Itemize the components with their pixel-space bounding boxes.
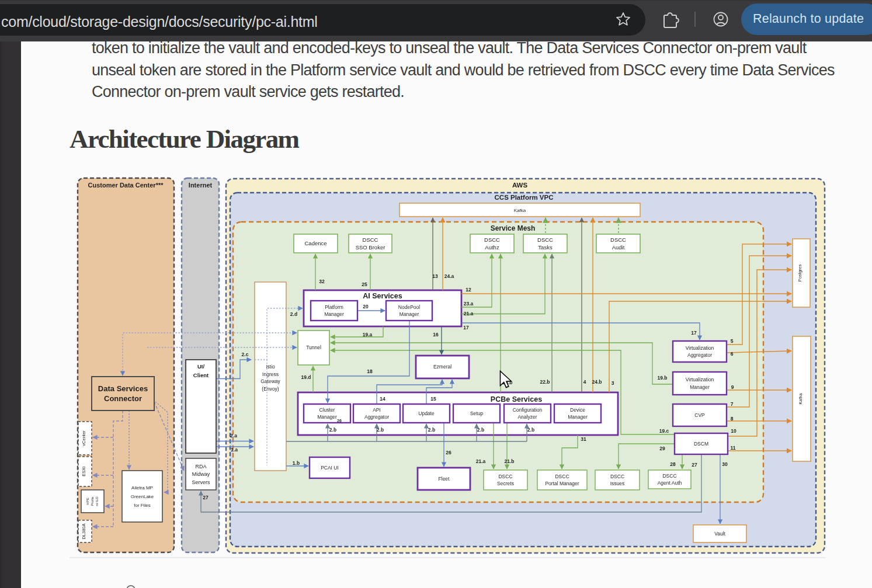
svg-text:25: 25 — [362, 281, 367, 287]
svg-text:32: 32 — [319, 279, 325, 284]
svg-text:18: 18 — [367, 368, 373, 374]
svg-text:1.a: 1.a — [231, 447, 238, 453]
svg-text:4: 4 — [583, 379, 586, 385]
svg-text:DSCC: DSCC — [484, 236, 500, 243]
svg-text:nt ILO: nt ILO — [95, 496, 99, 506]
svg-text:vCenter: vCenter — [81, 430, 86, 446]
svg-text:19.d: 19.d — [301, 374, 311, 380]
svg-text:Analyzer: Analyzer — [517, 414, 537, 420]
svg-text:DSCC: DSCC — [610, 236, 626, 243]
svg-text:Client: Client — [193, 372, 209, 378]
svg-text:Gateway: Gateway — [260, 378, 280, 384]
svg-text:19.c: 19.c — [659, 428, 669, 434]
svg-text:Cadence: Cadence — [304, 240, 326, 246]
svg-text:ESXi: ESXi — [81, 467, 86, 476]
svg-text:29: 29 — [659, 446, 665, 451]
svg-text:Tunnel: Tunnel — [306, 345, 321, 350]
svg-text:31: 31 — [581, 436, 586, 442]
svg-text:CVP: CVP — [694, 412, 705, 418]
svg-text:Issues: Issues — [610, 481, 625, 486]
svg-text:DSCC: DSCC — [662, 473, 676, 479]
svg-text:DSCC: DSCC — [555, 474, 569, 479]
svg-text:Portal Manager: Portal Manager — [545, 481, 579, 486]
svg-text:DSCC: DSCC — [610, 474, 624, 479]
svg-text:Ingress: Ingress — [262, 371, 279, 377]
svg-text:24.a: 24.a — [444, 273, 454, 279]
svg-text:Agent Auth: Agent Auth — [658, 480, 682, 486]
svg-text:19.b: 19.b — [657, 375, 667, 381]
svg-text:27: 27 — [203, 495, 209, 500]
svg-text:26: 26 — [337, 419, 342, 423]
svg-text:DSCM: DSCM — [694, 441, 708, 447]
svg-text:Ezmeral: Ezmeral — [433, 364, 451, 370]
svg-text:19.a: 19.a — [363, 332, 373, 338]
svg-text:Aggregator: Aggregator — [364, 414, 389, 420]
svg-text:Manager: Manager — [568, 414, 588, 420]
svg-text:AI Services: AI Services — [363, 292, 402, 300]
svg-text:Cluster: Cluster — [319, 407, 335, 413]
svg-text:Servers: Servers — [192, 479, 210, 485]
svg-text:Prolia: Prolia — [91, 496, 94, 506]
svg-text:2.a: 2.a — [230, 433, 237, 439]
svg-text:2.b: 2.b — [329, 427, 336, 433]
svg-text:AWS: AWS — [512, 182, 528, 189]
svg-text:2.b: 2.b — [477, 427, 484, 433]
svg-text:CCS Platform VPC: CCS Platform VPC — [495, 194, 554, 201]
svg-text:UI/: UI/ — [197, 363, 205, 370]
svg-text:DL380A: DL380A — [81, 523, 86, 539]
svg-text:21.a: 21.a — [476, 458, 486, 464]
svg-text:Manager: Manager — [690, 384, 710, 390]
svg-text:2.d: 2.d — [290, 311, 297, 317]
svg-text:Kafka: Kafka — [514, 208, 526, 213]
svg-text:20: 20 — [363, 304, 369, 309]
svg-text:2.c: 2.c — [242, 352, 249, 357]
svg-text:16: 16 — [433, 332, 439, 338]
svg-text:Update: Update — [418, 410, 435, 416]
svg-text:Manager: Manager — [324, 311, 344, 317]
svg-text:Internet: Internet — [189, 182, 213, 189]
svg-text:26: 26 — [446, 450, 451, 455]
svg-text:RDA: RDA — [195, 464, 206, 469]
svg-text:Aggregator: Aggregator — [687, 352, 712, 358]
svg-text:Audit: Audit — [612, 244, 625, 250]
svg-text:Device: Device — [570, 407, 585, 413]
svg-text:14: 14 — [380, 396, 385, 402]
svg-text:Setup: Setup — [470, 410, 483, 416]
svg-text:Authz: Authz — [485, 244, 499, 250]
svg-text:DSCC: DSCC — [537, 236, 553, 243]
svg-text:PCAI UI: PCAI UI — [321, 465, 339, 471]
svg-text:12: 12 — [465, 287, 471, 293]
svg-text:21.b: 21.b — [504, 458, 514, 464]
svg-text:Platform: Platform — [325, 304, 343, 310]
svg-text:2.b: 2.b — [377, 427, 384, 433]
svg-text:HPE: HPE — [86, 497, 89, 505]
svg-text:NodePool: NodePool — [398, 304, 420, 310]
svg-text:1.b: 1.b — [293, 460, 300, 466]
svg-text:Fleet: Fleet — [439, 476, 450, 482]
svg-text:17: 17 — [691, 330, 697, 336]
svg-text:21.a: 21.a — [464, 311, 474, 316]
svg-text:Configuration: Configuration — [513, 407, 543, 413]
svg-text:API: API — [373, 407, 381, 413]
svg-text:3: 3 — [612, 380, 614, 386]
svg-text:DSCC: DSCC — [363, 236, 378, 243]
svg-text:GreenLake: GreenLake — [131, 494, 154, 499]
svg-text:(Envoy): (Envoy) — [262, 386, 279, 392]
svg-text:Postgres: Postgres — [797, 264, 802, 281]
svg-text:Midway: Midway — [192, 471, 210, 477]
svg-text:10: 10 — [731, 428, 736, 434]
svg-text:27: 27 — [692, 462, 697, 468]
svg-text:Secrets: Secrets — [497, 481, 514, 486]
svg-text:for Files: for Files — [134, 503, 150, 508]
svg-text:6: 6 — [731, 351, 734, 357]
svg-text:Service Mesh: Service Mesh — [491, 224, 536, 232]
svg-text:Virtualization: Virtualization — [686, 345, 714, 351]
svg-text:23.a: 23.a — [464, 301, 474, 307]
svg-text:28: 28 — [670, 461, 676, 467]
svg-text:Vault: Vault — [714, 531, 725, 537]
svg-text:13: 13 — [432, 273, 438, 279]
svg-text:Manager: Manager — [317, 414, 337, 420]
svg-text:2.b: 2.b — [527, 427, 534, 433]
svg-text:22.b: 22.b — [540, 379, 550, 385]
svg-text:DSCC: DSCC — [498, 474, 512, 479]
